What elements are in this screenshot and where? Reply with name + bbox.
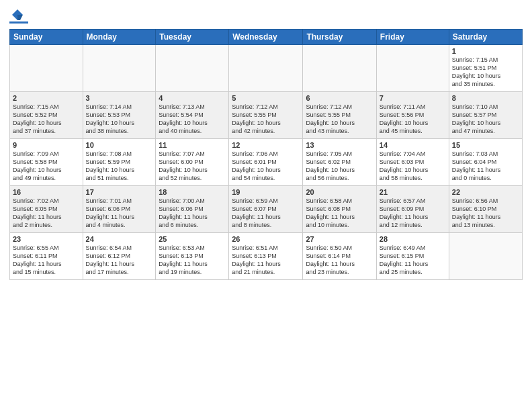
week-row-1: 1Sunrise: 7:15 AM Sunset: 5:51 PM Daylig… — [10, 45, 523, 92]
day-info: Sunrise: 7:02 AM Sunset: 6:05 PM Dayligh… — [13, 197, 80, 230]
day-number: 19 — [232, 188, 300, 196]
day-info: Sunrise: 6:50 AM Sunset: 6:14 PM Dayligh… — [306, 244, 373, 277]
day-number: 14 — [380, 141, 446, 149]
logo-icon — [11, 8, 24, 21]
calendar-cell: 26Sunrise: 6:51 AM Sunset: 6:13 PM Dayli… — [229, 233, 303, 280]
calendar-cell: 15Sunrise: 7:03 AM Sunset: 6:04 PM Dayli… — [449, 139, 522, 186]
day-info: Sunrise: 7:13 AM Sunset: 5:54 PM Dayligh… — [159, 103, 226, 136]
day-number: 8 — [452, 94, 519, 102]
day-number: 11 — [159, 141, 226, 149]
day-info: Sunrise: 7:08 AM Sunset: 5:59 PM Dayligh… — [86, 150, 153, 183]
calendar-cell: 11Sunrise: 7:07 AM Sunset: 6:00 PM Dayli… — [156, 139, 229, 186]
calendar-cell: 27Sunrise: 6:50 AM Sunset: 6:14 PM Dayli… — [303, 233, 376, 280]
calendar-cell — [449, 233, 522, 280]
day-info: Sunrise: 7:01 AM Sunset: 6:06 PM Dayligh… — [86, 197, 153, 230]
day-info: Sunrise: 6:51 AM Sunset: 6:13 PM Dayligh… — [232, 244, 300, 277]
day-number: 16 — [13, 188, 80, 196]
calendar-cell: 2Sunrise: 7:15 AM Sunset: 5:52 PM Daylig… — [10, 92, 83, 139]
calendar-table: SundayMondayTuesdayWednesdayThursdayFrid… — [9, 29, 523, 280]
week-row-5: 23Sunrise: 6:55 AM Sunset: 6:11 PM Dayli… — [10, 233, 523, 280]
weekday-header-tuesday: Tuesday — [156, 30, 229, 45]
day-number: 17 — [86, 188, 153, 196]
calendar-cell: 23Sunrise: 6:55 AM Sunset: 6:11 PM Dayli… — [10, 233, 83, 280]
day-info: Sunrise: 6:49 AM Sunset: 6:15 PM Dayligh… — [380, 244, 446, 277]
calendar-cell: 14Sunrise: 7:04 AM Sunset: 6:03 PM Dayli… — [376, 139, 449, 186]
calendar-cell — [10, 45, 83, 92]
day-info: Sunrise: 7:15 AM Sunset: 5:52 PM Dayligh… — [13, 103, 80, 136]
weekday-header-friday: Friday — [376, 30, 449, 45]
day-info: Sunrise: 7:11 AM Sunset: 5:56 PM Dayligh… — [380, 103, 446, 136]
day-info: Sunrise: 7:05 AM Sunset: 6:02 PM Dayligh… — [306, 150, 373, 183]
logo — [9, 8, 30, 24]
day-number: 22 — [452, 188, 519, 196]
day-number: 2 — [13, 94, 80, 102]
weekday-header-monday: Monday — [83, 30, 156, 45]
calendar-cell: 18Sunrise: 7:00 AM Sunset: 6:06 PM Dayli… — [156, 186, 229, 233]
day-number: 13 — [306, 141, 373, 149]
header — [9, 8, 523, 24]
day-number: 15 — [452, 141, 519, 149]
calendar-cell: 21Sunrise: 6:57 AM Sunset: 6:09 PM Dayli… — [376, 186, 449, 233]
day-number: 10 — [86, 141, 153, 149]
day-number: 28 — [380, 235, 446, 243]
calendar-cell: 12Sunrise: 7:06 AM Sunset: 6:01 PM Dayli… — [229, 139, 303, 186]
day-info: Sunrise: 6:57 AM Sunset: 6:09 PM Dayligh… — [380, 197, 446, 230]
day-info: Sunrise: 6:54 AM Sunset: 6:12 PM Dayligh… — [86, 244, 153, 277]
calendar-cell — [303, 45, 376, 92]
page: SundayMondayTuesdayWednesdayThursdayFrid… — [0, 0, 532, 411]
calendar-cell: 22Sunrise: 6:56 AM Sunset: 6:10 PM Dayli… — [449, 186, 522, 233]
day-number: 23 — [13, 235, 80, 243]
weekday-header-wednesday: Wednesday — [229, 30, 303, 45]
day-info: Sunrise: 6:56 AM Sunset: 6:10 PM Dayligh… — [452, 197, 519, 230]
day-number: 20 — [306, 188, 373, 196]
day-number: 26 — [232, 235, 300, 243]
day-info: Sunrise: 7:12 AM Sunset: 5:55 PM Dayligh… — [232, 103, 300, 136]
day-number: 6 — [306, 94, 373, 102]
calendar-cell — [156, 45, 229, 92]
calendar-cell: 3Sunrise: 7:14 AM Sunset: 5:53 PM Daylig… — [83, 92, 156, 139]
day-info: Sunrise: 7:04 AM Sunset: 6:03 PM Dayligh… — [380, 150, 446, 183]
day-number: 3 — [86, 94, 153, 102]
weekday-header-thursday: Thursday — [303, 30, 376, 45]
day-number: 5 — [232, 94, 300, 102]
day-number: 24 — [86, 235, 153, 243]
day-info: Sunrise: 6:55 AM Sunset: 6:11 PM Dayligh… — [13, 244, 80, 277]
weekday-header-row: SundayMondayTuesdayWednesdayThursdayFrid… — [10, 30, 523, 45]
calendar-cell: 13Sunrise: 7:05 AM Sunset: 6:02 PM Dayli… — [303, 139, 376, 186]
day-info: Sunrise: 7:09 AM Sunset: 5:58 PM Dayligh… — [13, 150, 80, 183]
weekday-header-saturday: Saturday — [449, 30, 522, 45]
svg-marker-1 — [17, 15, 23, 20]
calendar-cell: 4Sunrise: 7:13 AM Sunset: 5:54 PM Daylig… — [156, 92, 229, 139]
day-info: Sunrise: 6:58 AM Sunset: 6:08 PM Dayligh… — [306, 197, 373, 230]
day-number: 1 — [452, 47, 519, 55]
day-info: Sunrise: 7:06 AM Sunset: 6:01 PM Dayligh… — [232, 150, 300, 183]
day-number: 4 — [159, 94, 226, 102]
calendar-cell: 24Sunrise: 6:54 AM Sunset: 6:12 PM Dayli… — [83, 233, 156, 280]
week-row-3: 9Sunrise: 7:09 AM Sunset: 5:58 PM Daylig… — [10, 139, 523, 186]
calendar-cell: 7Sunrise: 7:11 AM Sunset: 5:56 PM Daylig… — [376, 92, 449, 139]
week-row-4: 16Sunrise: 7:02 AM Sunset: 6:05 PM Dayli… — [10, 186, 523, 233]
day-info: Sunrise: 7:00 AM Sunset: 6:06 PM Dayligh… — [159, 197, 226, 230]
day-number: 7 — [380, 94, 446, 102]
calendar-cell: 17Sunrise: 7:01 AM Sunset: 6:06 PM Dayli… — [83, 186, 156, 233]
calendar-cell: 1Sunrise: 7:15 AM Sunset: 5:51 PM Daylig… — [449, 45, 522, 92]
calendar-cell: 8Sunrise: 7:10 AM Sunset: 5:57 PM Daylig… — [449, 92, 522, 139]
weekday-header-sunday: Sunday — [10, 30, 83, 45]
day-number: 21 — [380, 188, 446, 196]
day-info: Sunrise: 6:59 AM Sunset: 6:07 PM Dayligh… — [232, 197, 300, 230]
calendar-cell: 9Sunrise: 7:09 AM Sunset: 5:58 PM Daylig… — [10, 139, 83, 186]
calendar-cell: 20Sunrise: 6:58 AM Sunset: 6:08 PM Dayli… — [303, 186, 376, 233]
calendar-cell: 10Sunrise: 7:08 AM Sunset: 5:59 PM Dayli… — [83, 139, 156, 186]
day-info: Sunrise: 7:12 AM Sunset: 5:55 PM Dayligh… — [306, 103, 373, 136]
day-number: 12 — [232, 141, 300, 149]
calendar-cell: 28Sunrise: 6:49 AM Sunset: 6:15 PM Dayli… — [376, 233, 449, 280]
calendar-cell: 6Sunrise: 7:12 AM Sunset: 5:55 PM Daylig… — [303, 92, 376, 139]
day-info: Sunrise: 7:10 AM Sunset: 5:57 PM Dayligh… — [452, 103, 519, 136]
calendar-cell: 5Sunrise: 7:12 AM Sunset: 5:55 PM Daylig… — [229, 92, 303, 139]
day-info: Sunrise: 7:14 AM Sunset: 5:53 PM Dayligh… — [86, 103, 153, 136]
calendar-cell — [83, 45, 156, 92]
day-number: 25 — [159, 235, 226, 243]
calendar-cell — [229, 45, 303, 92]
day-info: Sunrise: 7:07 AM Sunset: 6:00 PM Dayligh… — [159, 150, 226, 183]
day-info: Sunrise: 6:53 AM Sunset: 6:13 PM Dayligh… — [159, 244, 226, 277]
